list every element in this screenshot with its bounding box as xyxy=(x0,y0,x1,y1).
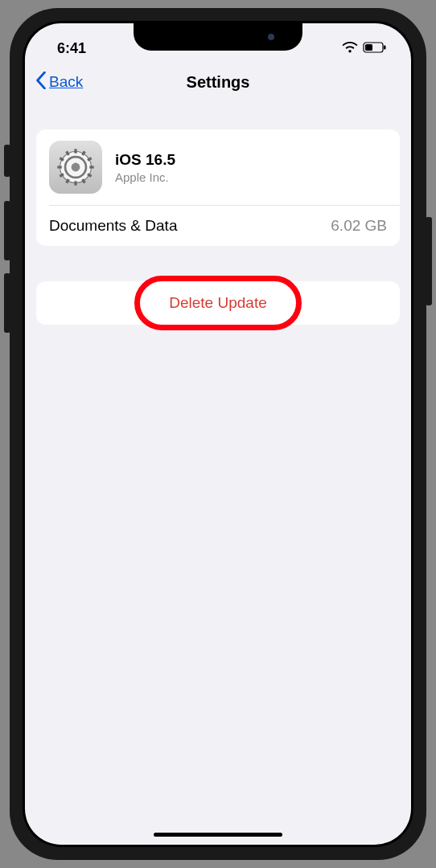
update-header-row[interactable]: iOS 16.5 Apple Inc. xyxy=(36,129,400,205)
chevron-left-icon xyxy=(35,72,47,93)
svg-rect-8 xyxy=(89,166,93,168)
page-title: Settings xyxy=(187,73,250,92)
documents-data-label: Documents & Data xyxy=(49,217,177,235)
svg-rect-7 xyxy=(57,166,61,168)
status-time: 6:41 xyxy=(57,40,86,57)
update-name: iOS 16.5 xyxy=(115,151,175,169)
svg-rect-1 xyxy=(365,44,372,51)
wifi-icon xyxy=(342,40,358,57)
battery-icon xyxy=(363,40,387,57)
svg-rect-2 xyxy=(384,45,386,49)
back-label: Back xyxy=(49,73,83,91)
delete-update-button[interactable]: Delete Update xyxy=(169,294,266,312)
update-info-card: iOS 16.5 Apple Inc. Documents & Data 6.0… xyxy=(36,129,400,246)
svg-rect-5 xyxy=(74,149,76,153)
home-indicator[interactable] xyxy=(154,833,282,837)
update-vendor: Apple Inc. xyxy=(115,170,175,184)
nav-bar: Back Settings xyxy=(25,62,411,102)
delete-update-card: Delete Update xyxy=(36,281,400,325)
back-button[interactable]: Back xyxy=(35,72,83,93)
settings-gear-icon xyxy=(49,141,102,194)
svg-rect-6 xyxy=(74,181,76,185)
svg-point-4 xyxy=(72,163,80,172)
documents-data-size: 6.02 GB xyxy=(331,217,387,235)
documents-data-row[interactable]: Documents & Data 6.02 GB xyxy=(36,206,400,246)
